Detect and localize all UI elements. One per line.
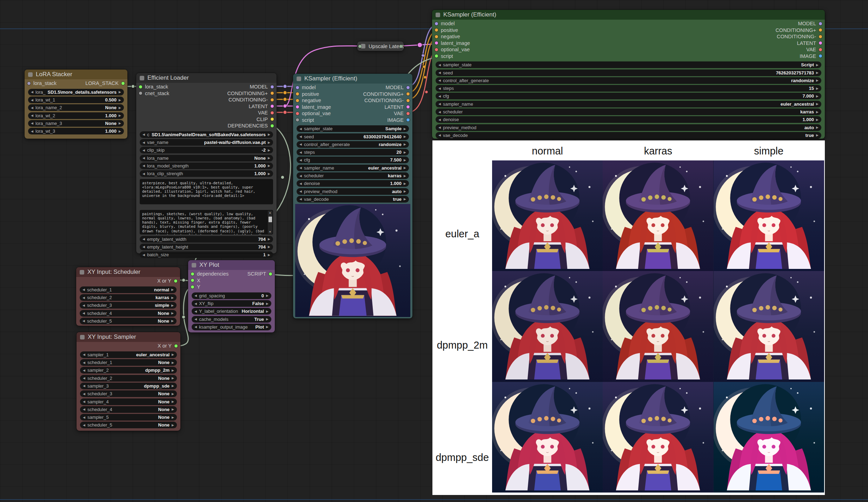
textarea-scrollbar[interactable]: ▲▼ (268, 211, 272, 234)
decrement-arrow-icon[interactable]: ◀ (83, 423, 85, 427)
node-xy-plot[interactable]: XY PlotdependenciesSCRIPTXY◀grid_spacing… (188, 260, 275, 332)
increment-arrow-icon[interactable]: ▶ (119, 121, 121, 125)
vae-output-port[interactable] (819, 48, 822, 51)
reroute-dot[interactable] (281, 176, 284, 179)
widget-sampler-5[interactable]: ◀sampler_5None▶ (80, 414, 177, 421)
collapse-toggle-icon[interactable] (140, 76, 144, 80)
increment-arrow-icon[interactable]: ▶ (404, 151, 406, 154)
increment-arrow-icon[interactable]: ▶ (266, 302, 269, 305)
decrement-arrow-icon[interactable]: ◀ (83, 361, 85, 364)
increment-arrow-icon[interactable]: ▶ (816, 63, 819, 67)
widget-preview-method[interactable]: ◀preview_methodauto▶ (297, 188, 409, 195)
decrement-arrow-icon[interactable]: ◀ (143, 148, 145, 152)
node-title-bar[interactable]: Upscale Latent (357, 41, 404, 51)
decrement-arrow-icon[interactable]: ◀ (299, 166, 302, 170)
decrement-arrow-icon[interactable]: ◀ (299, 182, 302, 185)
widget-vae-decode[interactable]: ◀vae_decodetrue▶ (297, 196, 409, 203)
decrement-arrow-icon[interactable]: ◀ (438, 71, 441, 74)
x-or-y-output-port[interactable] (174, 344, 178, 348)
increment-arrow-icon[interactable]: ▶ (172, 423, 174, 427)
image-output-port[interactable] (819, 54, 822, 58)
widget-steps[interactable]: ◀steps20▶ (297, 149, 409, 156)
decrement-arrow-icon[interactable]: ◀ (299, 190, 302, 193)
node-title-bar[interactable]: KSampler (Efficient) (293, 74, 412, 84)
positive-input-port[interactable] (435, 28, 438, 32)
increment-arrow-icon[interactable]: ▶ (266, 317, 269, 321)
node-title-bar[interactable]: KSampler (Efficient) (432, 10, 825, 20)
decrement-arrow-icon[interactable]: ◀ (194, 317, 197, 321)
scroll-thumb[interactable] (269, 217, 272, 222)
dependencies-output-port[interactable] (271, 124, 274, 127)
scroll-down-icon[interactable]: ▼ (268, 230, 272, 234)
increment-arrow-icon[interactable]: ▶ (172, 416, 174, 419)
node-upscale-latent[interactable]: Upscale Latent (357, 41, 404, 51)
latent-output-port[interactable] (406, 105, 410, 108)
reroute-dot[interactable] (283, 111, 287, 114)
vae-output-port[interactable] (271, 111, 274, 114)
widget-scheduler-2[interactable]: ◀scheduler_2karras▶ (80, 294, 177, 301)
widget-lora-wt-2[interactable]: ◀lora_wt_21.000▶ (28, 112, 124, 119)
increment-arrow-icon[interactable]: ▶ (268, 156, 270, 160)
lora-stack-input-port[interactable] (139, 85, 142, 88)
node-efficient-loader[interactable]: Efficient Loaderlora_stackMODELcnet_stac… (136, 73, 277, 253)
reroute-dot[interactable] (283, 104, 287, 108)
increment-arrow-icon[interactable]: ▶ (268, 148, 270, 152)
conditioning-output-port[interactable] (406, 92, 410, 95)
decrement-arrow-icon[interactable]: ◀ (83, 369, 85, 372)
widget-steps[interactable]: ◀steps15▶ (436, 85, 821, 92)
decrement-arrow-icon[interactable]: ◀ (82, 296, 85, 299)
latent-output-port[interactable] (271, 105, 274, 108)
increment-arrow-icon[interactable]: ▶ (172, 384, 174, 388)
decrement-arrow-icon[interactable]: ◀ (194, 302, 197, 305)
decrement-arrow-icon[interactable]: ◀ (438, 110, 441, 114)
conditioning-output-port[interactable] (406, 99, 410, 102)
decrement-arrow-icon[interactable]: ◀ (299, 143, 302, 146)
decrement-arrow-icon[interactable]: ◀ (299, 135, 302, 138)
conditioning-output-port[interactable] (819, 28, 822, 32)
widget-sampler-4[interactable]: ◀sampler_4None▶ (80, 398, 177, 405)
latent-image-input-port[interactable] (435, 41, 438, 45)
script-output-port[interactable] (269, 272, 272, 276)
collapsed-output-port[interactable] (399, 45, 403, 48)
widget-empty-latent-height[interactable]: ◀empty_latent_height704▶ (140, 244, 273, 250)
node-title-bar[interactable]: XY Input: Sampler (77, 332, 180, 342)
increment-arrow-icon[interactable]: ▶ (171, 304, 174, 307)
node-xy-input-sampler[interactable]: XY Input: SamplerX or Y◀sampler_1euler_a… (77, 332, 180, 431)
reroute-dot[interactable] (417, 42, 422, 47)
increment-arrow-icon[interactable]: ▶ (172, 408, 174, 411)
increment-arrow-icon[interactable]: ▶ (171, 311, 174, 315)
node-graph-canvas[interactable]: LoRA Stackerlora_stackLORA_STACK◀lora_na… (0, 0, 868, 502)
model-input-port[interactable] (296, 86, 299, 89)
widget-sampler-3[interactable]: ◀sampler_3dpmpp_sde▶ (80, 383, 177, 389)
increment-arrow-icon[interactable]: ▶ (119, 90, 121, 94)
reroute-dot[interactable] (283, 85, 287, 88)
node-xy-input-scheduler[interactable]: XY Input: SchedulerX or Y◀scheduler_1nor… (76, 267, 180, 326)
clip-output-port[interactable] (271, 118, 274, 121)
decrement-arrow-icon[interactable]: ◀ (31, 121, 33, 125)
widget-lora-name-3[interactable]: ◀lora_name_3None▶ (28, 120, 124, 127)
increment-arrow-icon[interactable]: ▶ (816, 126, 819, 129)
widget-grid-spacing[interactable]: ◀grid_spacing0▶ (192, 292, 271, 299)
decrement-arrow-icon[interactable]: ◀ (438, 79, 441, 82)
collapse-toggle-icon[interactable] (192, 263, 196, 267)
scroll-up-icon[interactable]: ▲ (268, 211, 272, 214)
widget-control-after-generate[interactable]: ◀control_after_generaterandomize▶ (436, 77, 821, 84)
decrement-arrow-icon[interactable]: ◀ (83, 400, 85, 403)
increment-arrow-icon[interactable]: ▶ (816, 102, 819, 106)
script-input-port[interactable] (296, 118, 299, 121)
decrement-arrow-icon[interactable]: ◀ (438, 102, 441, 106)
node-title-bar[interactable]: XY Input: Scheduler (76, 267, 180, 277)
increment-arrow-icon[interactable]: ▶ (404, 158, 406, 162)
decrement-arrow-icon[interactable]: ◀ (438, 133, 441, 137)
widget-scheduler-4[interactable]: ◀scheduler_4None▶ (80, 310, 177, 317)
increment-arrow-icon[interactable]: ▶ (171, 296, 174, 299)
widget-lora-wt-1[interactable]: ◀lora_wt_10.500▶ (28, 97, 124, 103)
increment-arrow-icon[interactable]: ▶ (266, 294, 269, 297)
widget-scheduler-1[interactable]: ◀scheduler_1normal▶ (80, 286, 177, 293)
widget-empty-latent-width[interactable]: ◀empty_latent_width704▶ (140, 236, 273, 243)
increment-arrow-icon[interactable]: ▶ (172, 353, 174, 356)
reroute-dot[interactable] (182, 315, 185, 319)
reroute-dot[interactable] (424, 76, 427, 79)
negative-input-port[interactable] (435, 35, 438, 38)
decrement-arrow-icon[interactable]: ◀ (143, 141, 145, 144)
